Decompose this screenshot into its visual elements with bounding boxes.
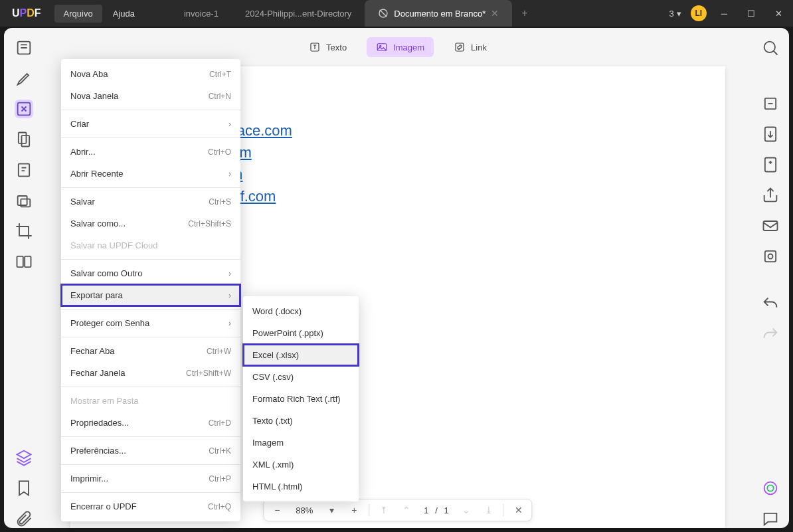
last-page-button[interactable]: ⤓ <box>481 502 497 518</box>
separator <box>61 137 240 138</box>
highlighter-icon[interactable] <box>15 69 33 88</box>
tools-icon[interactable] <box>15 191 33 210</box>
compress-icon[interactable] <box>761 155 780 174</box>
menu-label: Exportar para <box>70 290 123 300</box>
tab-label: Documento em Branco* <box>394 9 485 19</box>
prev-page-button[interactable]: ⌃ <box>398 502 414 518</box>
menu-label: Imprimir... <box>70 474 108 484</box>
undo-icon[interactable] <box>761 295 780 313</box>
separator <box>503 504 504 516</box>
comment-icon[interactable] <box>761 509 780 528</box>
menu-label: CSV (.csv) <box>252 372 294 382</box>
menu-label: Preferências... <box>70 446 126 456</box>
close-icon[interactable]: ✕ <box>491 8 499 19</box>
tab-invoice[interactable]: invoice-1 <box>171 0 232 27</box>
page-indicator[interactable]: 1 / 1 <box>421 505 451 515</box>
menu-propriedades[interactable]: Propriedades...Ctrl+D <box>61 412 240 434</box>
svg-point-14 <box>764 42 775 52</box>
link-icon <box>454 41 466 53</box>
menu-arquivo[interactable]: Arquivo <box>54 5 102 23</box>
menu-salvar[interactable]: SalvarCtrl+S <box>61 191 240 213</box>
redo-icon[interactable] <box>761 325 780 344</box>
export-excel[interactable]: Excel (.xlsx) <box>243 344 359 366</box>
menu-imprimir[interactable]: Imprimir...Ctrl+P <box>61 468 240 489</box>
compare-icon[interactable] <box>15 252 33 271</box>
menu-label: Nova Aba <box>70 69 108 79</box>
email-icon[interactable] <box>761 217 780 235</box>
menu-label: Fechar Aba <box>70 346 115 356</box>
menu-fechar-janela[interactable]: Fechar JanelaCtrl+Shift+W <box>61 362 240 384</box>
svg-point-21 <box>764 482 777 495</box>
zoom-in-button[interactable]: + <box>346 502 362 518</box>
edit-icon[interactable] <box>15 100 33 118</box>
share-icon[interactable] <box>761 186 780 205</box>
file-menu: Nova AbaCtrl+T Nova JanelaCtrl+N Criar› … <box>61 59 240 521</box>
menu-abrir[interactable]: Abrir...Ctrl+O <box>61 141 240 163</box>
zoom-out-button[interactable]: − <box>269 502 285 518</box>
menu-salvar-como[interactable]: Salvar como...Ctrl+Shift+S <box>61 213 240 234</box>
form-icon[interactable] <box>15 161 33 179</box>
first-page-button[interactable]: ⤒ <box>376 502 392 518</box>
page-total: 1 <box>444 505 448 515</box>
ai-icon[interactable] <box>761 479 780 497</box>
avatar[interactable]: LI <box>691 5 707 21</box>
maximize-button[interactable]: ☐ <box>742 6 760 21</box>
main-area: Texto Imagem Link support@superace.com r… <box>4 28 789 528</box>
tool-texto[interactable]: Texto <box>300 37 356 57</box>
app-logo: UPDF <box>12 7 41 19</box>
export-imagem[interactable]: Imagem <box>243 432 359 454</box>
tab-directory[interactable]: 2024-Philippi...ent-Directory <box>232 0 365 27</box>
next-page-button[interactable]: ⌄ <box>458 502 474 518</box>
export-xml[interactable]: XML (.xml) <box>243 454 359 476</box>
menu-salvar-outro[interactable]: Salvar como Outro› <box>61 262 240 284</box>
save-cloud-icon[interactable] <box>761 247 780 266</box>
page-count[interactable]: 3 ▾ <box>669 9 681 19</box>
export-txt[interactable]: Texto (.txt) <box>243 410 359 432</box>
shortcut: Ctrl+Shift+S <box>188 219 231 228</box>
tool-link[interactable]: Link <box>444 37 496 57</box>
menu-preferencias[interactable]: Preferências...Ctrl+K <box>61 440 240 462</box>
convert-icon[interactable] <box>761 125 780 143</box>
shortcut: Ctrl+S <box>209 197 231 207</box>
tab-add-button[interactable]: + <box>512 7 537 19</box>
menu-label: Nova Janela <box>70 91 118 101</box>
pages-icon[interactable] <box>15 130 33 149</box>
menu-nova-aba[interactable]: Nova AbaCtrl+T <box>61 63 240 85</box>
tool-imagem[interactable]: Imagem <box>367 37 434 57</box>
export-word[interactable]: Word (.docx) <box>243 300 359 322</box>
bottombar: − 88% ▾ + ⤒ ⌃ 1 / 1 ⌄ ⤓ ✕ <box>263 499 532 521</box>
search-icon[interactable] <box>761 39 780 57</box>
menu-proteger[interactable]: Proteger com Senha› <box>61 312 240 334</box>
minimize-button[interactable]: ─ <box>716 6 733 21</box>
attachment-icon[interactable] <box>15 509 33 528</box>
chevron-right-icon: › <box>228 269 231 278</box>
menu-criar[interactable]: Criar› <box>61 113 240 135</box>
menu-fechar-aba[interactable]: Fechar AbaCtrl+W <box>61 340 240 362</box>
menu-label: Propriedades... <box>70 418 129 428</box>
export-html[interactable]: HTML (.html) <box>243 476 359 497</box>
svg-rect-3 <box>19 133 27 143</box>
menu-abrir-recente[interactable]: Abrir Recente› <box>61 163 240 185</box>
zoom-level[interactable]: 88% <box>292 505 317 515</box>
reader-icon[interactable] <box>15 39 33 57</box>
crop-icon[interactable] <box>15 222 33 240</box>
zoom-dropdown-icon[interactable]: ▾ <box>323 502 339 518</box>
layers-icon[interactable] <box>15 448 33 467</box>
page-current: 1 <box>424 505 428 515</box>
bookmark-icon[interactable] <box>15 479 33 497</box>
svg-rect-8 <box>17 256 23 267</box>
menu-ajuda[interactable]: Ajuda <box>104 5 144 23</box>
tab-documento[interactable]: Documento em Branco* ✕ <box>365 0 512 27</box>
menu-encerrar[interactable]: Encerrar o UPDFCtrl+Q <box>61 495 240 517</box>
ocr-icon[interactable] <box>761 94 780 113</box>
export-csv[interactable]: CSV (.csv) <box>243 366 359 388</box>
chevron-right-icon: › <box>228 120 231 129</box>
close-button[interactable]: ✕ <box>770 6 788 21</box>
page-count-number: 3 <box>669 9 674 19</box>
menu-nova-janela[interactable]: Nova JanelaCtrl+N <box>61 85 240 107</box>
menu-exportar[interactable]: Exportar para› <box>61 284 240 306</box>
export-powerpoint[interactable]: PowerPoint (.pptx) <box>243 322 359 344</box>
export-rtf[interactable]: Formato Rich Text (.rtf) <box>243 388 359 410</box>
blank-doc-icon <box>378 8 389 19</box>
close-bar-button[interactable]: ✕ <box>511 502 527 518</box>
